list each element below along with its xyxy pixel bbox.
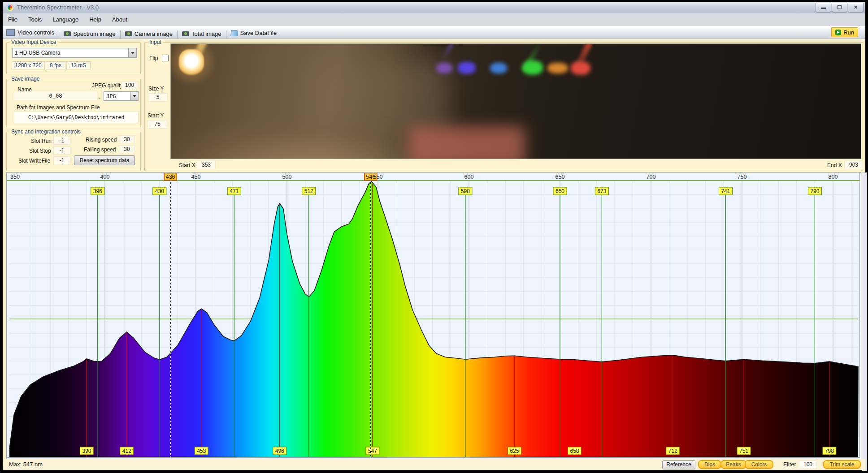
toolbar-separator bbox=[226, 30, 226, 39]
toolbar-total-image[interactable]: Total image bbox=[178, 27, 225, 40]
path-field[interactable]: C:\Users\GaryG\Desktop\infrared bbox=[14, 112, 139, 123]
peak-badge: 496 bbox=[273, 447, 286, 455]
spectrum-chart[interactable]: 396 430 471 512 598 650 673 741 790 390 bbox=[6, 172, 861, 459]
dot-separator: . bbox=[99, 94, 100, 100]
flip-checkbox[interactable] bbox=[162, 55, 169, 61]
axis-tick-label: 700 bbox=[647, 174, 656, 180]
axis-tick-label: 800 bbox=[829, 174, 838, 180]
axis-tick-label: 450 bbox=[191, 174, 201, 180]
save-image-group: Save image Name JPEG quality 100 0_08 . … bbox=[6, 79, 141, 127]
end-x-label: End X bbox=[827, 162, 842, 168]
window-edge-strip bbox=[862, 172, 867, 471]
title-bar[interactable]: Theremino Spectrometer - V3.0 ▬ ❐ ✕ bbox=[3, 2, 865, 14]
size-y-field[interactable]: 5 bbox=[148, 93, 168, 102]
restore-button[interactable]: ❐ bbox=[832, 3, 847, 13]
svg-text:396: 396 bbox=[93, 188, 102, 194]
menu-item-help[interactable]: Help bbox=[84, 13, 107, 23]
fps-box[interactable]: 8 fps bbox=[46, 61, 65, 69]
dip-badge: 512 bbox=[302, 187, 316, 195]
close-button[interactable]: ✕ bbox=[848, 3, 864, 13]
peak-badge: 658 bbox=[568, 447, 581, 455]
indigo-streak bbox=[440, 43, 455, 61]
app-window: Theremino Spectrometer - V3.0 ▬ ❐ ✕ File… bbox=[3, 2, 865, 470]
svg-text:741: 741 bbox=[721, 188, 730, 194]
run-button[interactable]: Run bbox=[831, 27, 858, 37]
menu-item-file[interactable]: File bbox=[3, 13, 23, 23]
end-x-field[interactable]: 903 bbox=[844, 161, 863, 169]
axis-tick-label: 600 bbox=[464, 174, 474, 180]
menu-item-about[interactable]: About bbox=[107, 13, 133, 23]
window-title: Theremino Spectrometer - V3.0 bbox=[17, 4, 99, 11]
slot-stop-field[interactable]: -1 bbox=[53, 146, 70, 155]
peak-badge: 798 bbox=[823, 447, 836, 455]
dip-badge: 598 bbox=[459, 187, 472, 195]
peak-badge: 412 bbox=[120, 447, 134, 455]
colors-button[interactable]: Colors bbox=[745, 460, 773, 469]
play-icon bbox=[835, 30, 841, 35]
rising-speed-field[interactable]: 30 bbox=[119, 135, 135, 143]
svg-text:390: 390 bbox=[82, 448, 91, 454]
camera-icon bbox=[125, 31, 132, 36]
filter-field[interactable]: 100 bbox=[799, 460, 817, 469]
minimize-button[interactable]: ▬ bbox=[816, 3, 831, 13]
dips-button[interactable]: Dips bbox=[698, 460, 721, 469]
dip-badge: 430 bbox=[153, 187, 166, 195]
peak-badge: 751 bbox=[737, 447, 751, 455]
sync-group: Sync and integration controls Slot Run -… bbox=[6, 132, 141, 171]
axis-tick-label: 750 bbox=[738, 174, 747, 180]
chevron-down-icon[interactable] bbox=[130, 92, 138, 100]
svg-text:712: 712 bbox=[668, 448, 677, 454]
spectrum-plot[interactable]: 396 430 471 512 598 650 673 741 790 390 bbox=[7, 173, 860, 458]
format-dropdown[interactable]: JPG bbox=[104, 91, 139, 101]
toolbar-spectrum-image[interactable]: Spectrum image bbox=[60, 27, 119, 40]
jpeg-quality-field[interactable]: 100 bbox=[121, 81, 138, 89]
filter-label: Filter bbox=[783, 461, 796, 468]
toolbar-label: Camera image bbox=[135, 30, 173, 37]
slot-run-field[interactable]: -1 bbox=[53, 137, 70, 145]
svg-text:453: 453 bbox=[197, 448, 206, 454]
peak-badge: 547 bbox=[366, 447, 379, 455]
peak-badge: 712 bbox=[666, 447, 680, 455]
svg-text:430: 430 bbox=[155, 188, 164, 194]
reference-button[interactable]: Reference bbox=[662, 460, 695, 469]
menu-item-language[interactable]: Language bbox=[47, 13, 84, 23]
video-device-dropdown[interactable]: 1 HD USB Camera bbox=[12, 48, 137, 58]
chevron-down-icon[interactable] bbox=[128, 48, 136, 57]
toolbar-label: Total image bbox=[191, 30, 221, 37]
dip-badge: 471 bbox=[227, 187, 241, 195]
app-icon bbox=[6, 4, 13, 11]
sync-title: Sync and integration controls bbox=[9, 129, 82, 135]
axis-tick-label: 500 bbox=[282, 174, 292, 180]
resolution-box[interactable]: 1280 x 720 bbox=[12, 61, 45, 69]
toolbar-video-controls[interactable]: Video controls bbox=[3, 26, 58, 39]
spectral-blob-indigo bbox=[458, 62, 476, 74]
toolbar-save-datafile[interactable]: Save DataFile bbox=[227, 27, 281, 39]
toolbar-camera-image[interactable]: Camera image bbox=[122, 27, 176, 40]
falling-speed-field[interactable]: 30 bbox=[119, 145, 135, 153]
start-x-label: Start X bbox=[179, 162, 195, 168]
reset-spectrum-button[interactable]: Reset spectrum data bbox=[74, 155, 135, 165]
spectral-blob-green bbox=[522, 60, 543, 75]
toolbar-label: Spectrum image bbox=[73, 30, 116, 37]
axis-tick-label: 650 bbox=[556, 174, 565, 180]
menu-item-tools[interactable]: Tools bbox=[23, 13, 47, 23]
toolbar-separator bbox=[177, 30, 178, 39]
file-name-field[interactable]: 0_08 bbox=[14, 92, 97, 100]
dip-badge: 673 bbox=[595, 187, 608, 195]
svg-text:547: 547 bbox=[368, 448, 377, 454]
spectral-blob-orange bbox=[547, 63, 568, 73]
peaks-button[interactable]: Peaks bbox=[720, 460, 746, 469]
camera-preview[interactable] bbox=[170, 43, 861, 159]
latency-box[interactable]: 13 mS bbox=[66, 61, 91, 69]
start-x-field[interactable]: 353 bbox=[197, 161, 216, 169]
slot-writefile-field[interactable]: -1 bbox=[53, 156, 70, 164]
start-y-field[interactable]: 75 bbox=[148, 120, 167, 129]
toolbar-label: Video controls bbox=[17, 29, 54, 36]
save-image-title: Save image bbox=[9, 76, 41, 82]
svg-text:496: 496 bbox=[275, 448, 284, 454]
svg-text:650: 650 bbox=[556, 188, 564, 194]
slot-stop-label: Slot Stop bbox=[29, 148, 51, 154]
dip-badge: 396 bbox=[91, 187, 104, 195]
path-label: Path for Images and Spectrum File bbox=[17, 104, 100, 111]
trim-scale-button[interactable]: Trim scale bbox=[823, 460, 861, 469]
